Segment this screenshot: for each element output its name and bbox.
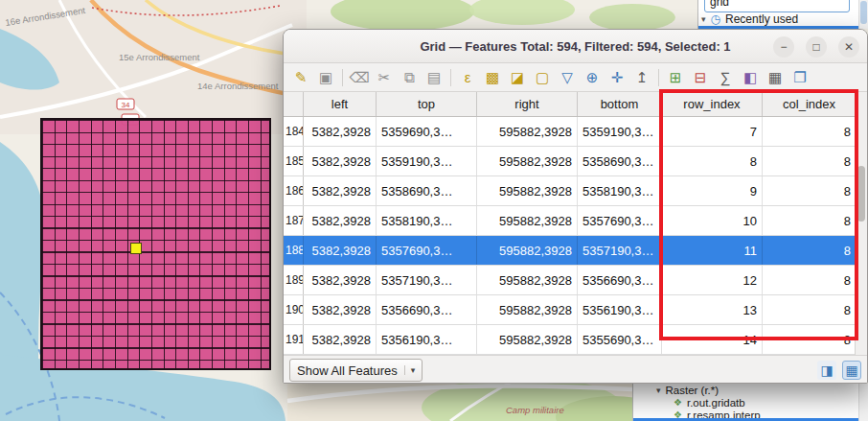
cell-right[interactable]: 595882,3928	[477, 147, 578, 175]
cell-top[interactable]: 5359690,3…	[377, 117, 477, 146]
cell-col-index[interactable]: 8	[763, 325, 857, 354]
cell-right[interactable]: 595882,3928	[477, 266, 578, 294]
organize-columns-icon[interactable]: ▦	[764, 66, 787, 89]
invert-selection-icon[interactable]: ◪	[506, 66, 529, 89]
cell-bottom[interactable]: 5359190,3…	[578, 117, 662, 146]
field-calculator-icon[interactable]: ∑	[714, 66, 737, 89]
form-view-icon[interactable]: ◨	[817, 361, 836, 380]
column-header-top[interactable]: top	[377, 92, 477, 116]
table-row[interactable]: 186 5382,3928 5358690,3… 595882,3928 535…	[284, 176, 867, 206]
deselect-all-icon[interactable]: ▢	[531, 66, 554, 89]
delete-selected-icon[interactable]: ⌫	[348, 66, 371, 89]
table-row[interactable]: 191 5382,3928 5356190,3… 595882,3928 535…	[284, 325, 867, 355]
select-by-expression-icon[interactable]: ε	[456, 66, 479, 89]
cell-bottom[interactable]: 5358190,3…	[578, 176, 662, 205]
cell-row-index[interactable]: 12	[662, 266, 763, 294]
column-header-right[interactable]: right	[477, 92, 578, 116]
table-view-icon[interactable]: ▦	[842, 361, 861, 380]
cell-bottom[interactable]: 5358690,3…	[578, 147, 662, 175]
cell-row-index[interactable]: 9	[662, 176, 763, 205]
cell-left[interactable]: 5382,3928	[304, 147, 377, 175]
cell-col-index[interactable]: 8	[763, 236, 857, 265]
copy-icon[interactable]: ⧉	[398, 66, 421, 89]
cell-col-index[interactable]: 8	[763, 117, 857, 146]
row-number-header[interactable]	[284, 92, 304, 116]
cell-top[interactable]: 5358190,3…	[377, 206, 477, 235]
table-row[interactable]: 185 5382,3928 5359190,3… 595882,3928 535…	[284, 147, 867, 176]
filter-icon[interactable]: ▽	[556, 66, 579, 89]
cell-left[interactable]: 5382,3928	[304, 176, 377, 205]
row-number[interactable]: 185	[284, 147, 304, 175]
cell-left[interactable]: 5382,3928	[304, 325, 377, 354]
column-header-bottom[interactable]: bottom	[578, 92, 662, 116]
conditional-formatting-icon[interactable]: ◧	[739, 66, 762, 89]
cell-col-index[interactable]: 8	[763, 295, 857, 324]
move-selection-top-icon[interactable]: ↥	[630, 66, 653, 89]
cell-bottom[interactable]: 5357190,3…	[578, 236, 662, 265]
cell-right[interactable]: 595882,3928	[477, 236, 578, 265]
cell-row-index[interactable]: 8	[662, 147, 763, 175]
cell-bottom[interactable]: 5356190,3…	[578, 295, 662, 324]
cell-row-index[interactable]: 13	[662, 295, 763, 324]
close-button[interactable]: ✕	[838, 36, 859, 58]
cell-left[interactable]: 5382,3928	[304, 236, 377, 265]
titlebar[interactable]: Grid — Features Total: 594, Filtered: 59…	[284, 30, 867, 63]
row-number[interactable]: 191	[284, 325, 304, 354]
scrollbar-thumb[interactable]	[860, 1, 867, 24]
cell-left[interactable]: 5382,3928	[304, 295, 377, 324]
chevron-down-icon[interactable]: ▾	[656, 386, 661, 395]
cell-row-index[interactable]: 11	[662, 236, 763, 265]
toolbox-scrollbar[interactable]	[858, 384, 868, 421]
pan-to-selection-icon[interactable]: ✛	[605, 66, 628, 89]
toolbox-search-input[interactable]	[704, 0, 850, 12]
cell-row-index[interactable]: 7	[662, 117, 763, 146]
table-row[interactable]: 187 5382,3928 5358190,3… 595882,3928 535…	[284, 206, 867, 236]
cell-top[interactable]: 5358690,3…	[377, 176, 477, 205]
row-number[interactable]: 184	[284, 117, 304, 146]
cell-left[interactable]: 5382,3928	[304, 117, 377, 146]
save-edits-icon[interactable]: ▣	[314, 66, 337, 89]
cell-left[interactable]: 5382,3928	[304, 206, 377, 235]
row-number[interactable]: 188	[284, 236, 304, 265]
column-header-col-index[interactable]: col_index	[763, 92, 857, 116]
toolbox-scrollbar[interactable]	[858, 0, 868, 29]
row-number[interactable]: 189	[284, 266, 304, 294]
minimize-button[interactable]: −	[773, 36, 794, 58]
algorithm-item[interactable]: ❖ r.out.gridatb	[633, 396, 868, 409]
cell-col-index[interactable]: 8	[763, 206, 857, 235]
cell-bottom[interactable]: 5357690,3…	[578, 206, 662, 235]
cut-icon[interactable]: ✂	[373, 66, 396, 89]
toggle-editing-icon[interactable]: ✎	[289, 66, 312, 89]
table-row[interactable]: 184 5382,3928 5359690,3… 595882,3928 535…	[284, 117, 867, 147]
scrollbar-thumb[interactable]	[857, 166, 865, 222]
cell-right[interactable]: 595882,3928	[477, 176, 578, 205]
table-row[interactable]: 190 5382,3928 5356690,3… 595882,3928 535…	[284, 295, 867, 325]
cell-top[interactable]: 5357190,3…	[377, 266, 477, 294]
select-all-icon[interactable]: ▩	[481, 66, 504, 89]
dock-table-icon[interactable]: ❐	[788, 66, 811, 89]
cell-row-index[interactable]: 10	[662, 206, 763, 235]
cell-bottom[interactable]: 5356690,3…	[578, 266, 662, 294]
paste-icon[interactable]: ▤	[423, 66, 445, 89]
row-number[interactable]: 187	[284, 206, 304, 235]
cell-top[interactable]: 5356690,3…	[377, 295, 477, 324]
maximize-button[interactable]: □	[806, 36, 827, 58]
table-scrollbar[interactable]	[855, 92, 867, 355]
cell-bottom[interactable]: 5355690,3…	[578, 325, 662, 354]
cell-top[interactable]: 5357690,3…	[377, 236, 477, 265]
raster-group-item[interactable]: ▾ Raster (r.*)	[633, 384, 868, 396]
cell-col-index[interactable]: 8	[763, 266, 857, 294]
zoom-to-selection-icon[interactable]: ⊕	[581, 66, 604, 89]
cell-top[interactable]: 5359190,3…	[377, 147, 477, 175]
column-header-left[interactable]: left	[304, 92, 377, 116]
new-field-icon[interactable]: ⊞	[664, 66, 687, 89]
cell-right[interactable]: 595882,3928	[477, 325, 578, 354]
cell-right[interactable]: 595882,3928	[477, 206, 578, 235]
recently-used-group[interactable]: ▾ ◷ Recently used	[701, 12, 798, 26]
cell-right[interactable]: 595882,3928	[477, 295, 578, 324]
chevron-down-icon[interactable]: ▾	[701, 14, 706, 24]
table-row-selected[interactable]: 188 5382,3928 5357690,3… 595882,3928 535…	[284, 236, 867, 266]
cell-col-index[interactable]: 8	[763, 176, 857, 205]
cell-left[interactable]: 5382,3928	[304, 266, 377, 294]
row-number[interactable]: 186	[284, 176, 304, 205]
